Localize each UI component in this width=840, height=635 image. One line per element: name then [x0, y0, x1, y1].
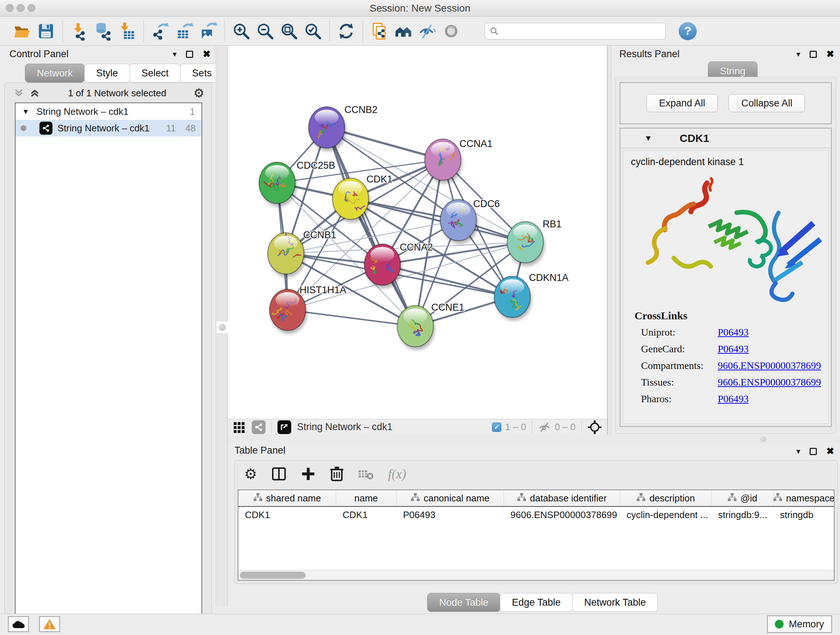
import-network-button[interactable]	[67, 19, 91, 43]
horizontal-splitter-handle[interactable]	[760, 436, 766, 442]
left-splitter[interactable]	[216, 46, 228, 606]
network-node-cdk1[interactable]: CDK1	[332, 174, 393, 223]
network-graph[interactable]: CCNB2CCNA1CDC25BCDK1CDC6RB1CCNB1CCNA2CDK…	[228, 46, 607, 419]
panel-menu-icon[interactable]: ▾	[796, 447, 800, 456]
panel-float-icon[interactable]	[810, 448, 817, 455]
zoom-in-button[interactable]	[229, 19, 253, 43]
panel-close-icon[interactable]: ✖	[202, 49, 210, 60]
crosslink-link[interactable]: P06493	[718, 393, 749, 405]
network-collection-row[interactable]: ▼ String Network – cdk1 1	[16, 103, 202, 120]
crosslink-label: GeneCard:	[641, 343, 718, 355]
save-session-button[interactable]	[34, 19, 58, 43]
column-header-namespace[interactable]: namespace	[774, 490, 835, 506]
table-row[interactable]: CDK1CDK1P064939606.ENSP00000378699cyclin…	[238, 507, 834, 523]
right-splitter[interactable]	[607, 46, 611, 435]
table-cell[interactable]: P06493	[396, 507, 504, 523]
network-node-ccnb1[interactable]: CCNB1	[268, 230, 336, 277]
warnings-button[interactable]	[39, 616, 60, 632]
tab-style[interactable]: Style	[84, 64, 130, 82]
detach-view-icon[interactable]	[278, 420, 291, 434]
cloud-status-button[interactable]	[8, 616, 29, 632]
tab-network-table[interactable]: Network Table	[572, 593, 658, 612]
panel-close-icon[interactable]: ✖	[826, 446, 834, 457]
expand-all-button[interactable]: Expand All	[646, 94, 718, 112]
network-share-icon[interactable]	[252, 420, 265, 434]
network-node-cdkn1a[interactable]: CDKN1A	[494, 272, 569, 321]
section-collapse-icon[interactable]: ▼	[644, 134, 652, 143]
network-node-rb1[interactable]: RB1	[507, 219, 562, 266]
export-network-button[interactable]	[148, 19, 172, 43]
network-view-canvas[interactable]: CCNB2CCNA1CDC25BCDK1CDC6RB1CCNB1CCNA2CDK…	[228, 46, 607, 419]
grid-view-icon[interactable]	[233, 421, 246, 434]
network-row-selected[interactable]: String Network – cdk1 11 48	[16, 120, 202, 136]
export-image-button[interactable]	[196, 19, 220, 43]
horizontal-splitter[interactable]	[228, 435, 840, 443]
network-node-hist1h1a[interactable]: HIST1H1A	[270, 285, 346, 334]
delete-column-icon[interactable]	[330, 466, 344, 482]
crosslink-link[interactable]: P06493	[718, 343, 749, 355]
table-horizontal-scrollbar[interactable]	[238, 570, 834, 580]
export-table-button[interactable]	[172, 19, 196, 43]
column-header-name[interactable]: name	[336, 490, 396, 506]
network-node-cdc6[interactable]: CDC6	[440, 198, 500, 244]
network-node-ccne1[interactable]: CCNE1	[397, 302, 464, 350]
import-table-button[interactable]	[115, 19, 139, 43]
zoom-out-button[interactable]	[253, 19, 277, 43]
table-cell[interactable]: stringdb	[774, 507, 835, 523]
table-cell[interactable]: CDK1	[336, 507, 396, 523]
left-splitter-handle[interactable]	[216, 321, 228, 334]
open-session-button[interactable]	[10, 19, 34, 43]
zoom-selected-button[interactable]	[301, 19, 325, 43]
panel-menu-icon[interactable]: ▾	[172, 50, 177, 59]
search-input[interactable]	[485, 23, 666, 40]
crosslink-link[interactable]: P06493	[718, 326, 749, 338]
panel-float-icon[interactable]	[810, 51, 817, 58]
database-icon	[94, 22, 112, 41]
table-cell[interactable]: cyclin-dependent ...	[620, 507, 712, 523]
selected-checkbox-icon[interactable]: ✓	[492, 423, 501, 432]
column-header-canonical-name[interactable]: canonical name	[396, 490, 504, 506]
collapse-all-icon[interactable]	[13, 88, 25, 98]
gene-section-header[interactable]: ▼ CDK1	[621, 128, 831, 148]
network-options-gear-icon[interactable]: ⚙	[194, 86, 204, 100]
expand-all-icon[interactable]	[28, 88, 41, 98]
memory-button[interactable]: Memory	[767, 616, 832, 633]
table-cell[interactable]: CDK1	[238, 507, 336, 523]
hide-unhide-button[interactable]	[415, 19, 439, 43]
network-node-ccnb2[interactable]: CCNB2	[309, 104, 378, 151]
crosslink-link[interactable]: 9606.ENSP00000378699	[718, 360, 821, 371]
network-node-cdc25b[interactable]: CDC25B	[259, 160, 335, 207]
table-panel-controls: ▾ ✖	[796, 446, 834, 457]
column-header-database-identifier[interactable]: database identifier	[504, 490, 620, 506]
fit-content-button[interactable]	[277, 19, 301, 43]
table-panel-tabs: Node TableEdge TableNetwork Table	[428, 593, 658, 612]
tab-select[interactable]: Select	[129, 64, 180, 82]
column-header-description[interactable]: description	[620, 490, 712, 506]
birds-eye-crosshair-icon[interactable]	[587, 420, 602, 434]
column-header-shared-name[interactable]: shared name	[238, 490, 336, 506]
home-button[interactable]	[392, 19, 415, 43]
table-options-gear-icon[interactable]: ⚙	[244, 466, 257, 482]
panel-close-icon[interactable]: ✖	[826, 49, 834, 60]
help-button[interactable]: ?	[679, 22, 697, 40]
tab-node-table[interactable]: Node Table	[427, 593, 500, 612]
network-node-ccna1[interactable]: CCNA1	[425, 138, 493, 184]
network-edge[interactable]	[327, 127, 415, 326]
column-header--id[interactable]: @id	[712, 490, 774, 506]
crosslink-link[interactable]: 9606.ENSP00000378699	[718, 377, 821, 388]
scrollbar-thumb[interactable]	[240, 572, 306, 579]
table-cell[interactable]: stringdb:9...	[712, 507, 774, 523]
tab-edge-table[interactable]: Edge Table	[500, 593, 573, 612]
panel-float-icon[interactable]	[186, 51, 193, 58]
import-network-from-database-button[interactable]	[91, 19, 115, 43]
show-columns-icon[interactable]	[271, 466, 287, 482]
tab-network[interactable]: Network	[25, 64, 85, 82]
add-column-icon[interactable]	[301, 466, 316, 481]
show-hidden-button[interactable]	[439, 19, 463, 43]
tree-expand-icon[interactable]: ▼	[22, 108, 29, 116]
copy-network-button[interactable]	[368, 19, 392, 43]
collapse-all-button[interactable]: Collapse All	[729, 94, 805, 112]
table-cell[interactable]: 9606.ENSP00000378699	[504, 507, 620, 523]
panel-menu-icon[interactable]: ▾	[796, 50, 800, 59]
refresh-view-button[interactable]	[334, 19, 358, 43]
